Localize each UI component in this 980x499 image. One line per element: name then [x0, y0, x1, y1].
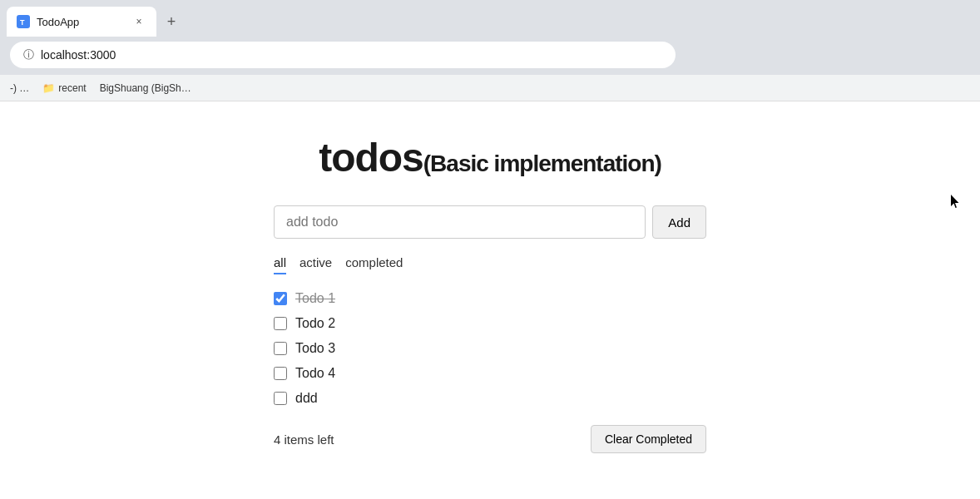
app-title: todos(Basic implementation): [319, 135, 661, 180]
bookmark-label-3: BigShuang (BigSh…: [100, 82, 191, 94]
tab-title: TodoApp: [37, 16, 79, 28]
todo-input[interactable]: [274, 205, 646, 239]
todo-checkbox-3[interactable]: [274, 342, 287, 355]
address-bar[interactable]: ⓘ localhost:3000: [10, 42, 676, 68]
active-tab[interactable]: T TodoApp ×: [7, 7, 156, 37]
todo-label-3: Todo 3: [295, 341, 335, 356]
svg-text:T: T: [20, 18, 25, 27]
todo-checkbox-2[interactable]: [274, 317, 287, 330]
input-row: Add: [274, 205, 706, 239]
todo-checkbox-4[interactable]: [274, 367, 287, 380]
footer-row: 4 items left Clear Completed: [274, 425, 706, 453]
todo-item-3: Todo 3: [274, 338, 706, 358]
todo-list: Todo 1 Todo 2 Todo 3 Todo 4 ddd: [274, 289, 706, 408]
tab-close-button[interactable]: ×: [131, 14, 146, 29]
todo-item-2: Todo 2: [274, 314, 706, 333]
folder-icon: 📁: [42, 82, 55, 94]
bookmark-2[interactable]: 📁 recent: [42, 82, 86, 94]
todo-item-4: Todo 4: [274, 363, 706, 383]
todo-checkbox-1[interactable]: [274, 292, 287, 305]
items-left: 4 items left: [274, 432, 334, 447]
todo-item-1: Todo 1: [274, 289, 706, 309]
todo-label-1: Todo 1: [295, 291, 335, 306]
todo-label-2: Todo 2: [295, 316, 335, 331]
address-bar-row: ⓘ localhost:3000: [0, 37, 980, 75]
filter-tabs: all active completed: [274, 252, 706, 275]
todo-checkbox-5[interactable]: [274, 392, 287, 405]
clear-completed-button[interactable]: Clear Completed: [591, 425, 706, 453]
todo-item-5: ddd: [274, 388, 706, 408]
todo-label-4: Todo 4: [295, 366, 335, 381]
browser-chrome: T TodoApp × + ⓘ localhost:3000 -) … 📁 re…: [0, 0, 980, 101]
new-tab-button[interactable]: +: [160, 10, 183, 33]
tab-favicon: T: [17, 15, 30, 28]
address-text: localhost:3000: [41, 48, 116, 62]
tab-bar: T TodoApp × +: [0, 0, 980, 37]
add-button[interactable]: Add: [652, 205, 706, 239]
bookmarks-bar: -) … 📁 recent BigShuang (BigSh…: [0, 75, 980, 101]
bookmark-icon-1: -) …: [10, 82, 29, 94]
filter-all[interactable]: all: [274, 252, 286, 274]
info-icon: ⓘ: [23, 47, 34, 62]
todo-label-5: ddd: [295, 391, 318, 406]
page-content: todos(Basic implementation) Add all acti…: [0, 101, 980, 499]
bookmark-3[interactable]: BigShuang (BigSh…: [100, 82, 191, 94]
filter-completed[interactable]: completed: [345, 252, 403, 274]
filter-active[interactable]: active: [299, 252, 332, 274]
bookmark-label-2: recent: [58, 82, 86, 94]
bookmark-1[interactable]: -) …: [10, 82, 29, 94]
